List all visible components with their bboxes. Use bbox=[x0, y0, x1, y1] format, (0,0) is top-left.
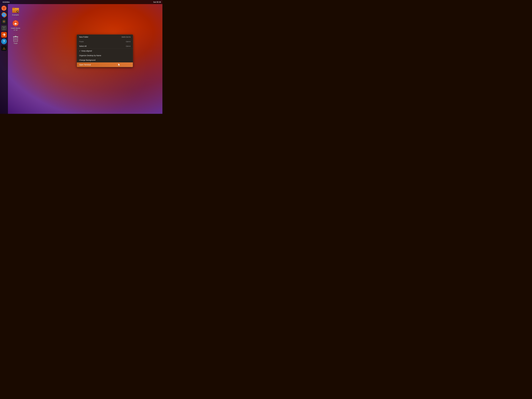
svg-rect-28 bbox=[12, 8, 15, 9]
svg-rect-18 bbox=[3, 30, 5, 30]
sidebar: ? a bbox=[0, 4, 8, 114]
sidebar-icon-help[interactable]: ? bbox=[1, 39, 7, 44]
svg-point-35 bbox=[17, 24, 18, 25]
svg-point-16 bbox=[4, 28, 4, 28]
sidebar-icon-appcenter[interactable] bbox=[1, 32, 7, 38]
desktop-icon-trash-label: Trash bbox=[14, 43, 18, 45]
menu-item-paste-label: Paste bbox=[79, 41, 84, 43]
menu-item-keep-aligned-check: ✓ bbox=[79, 50, 81, 52]
menu-item-open-terminal[interactable]: Open Terminal bbox=[77, 62, 133, 67]
svg-text:a: a bbox=[3, 47, 5, 49]
menu-item-open-terminal-label: Open Terminal bbox=[79, 64, 91, 66]
svg-point-34 bbox=[13, 24, 14, 25]
menu-item-select-all[interactable]: Select All Ctrl+A bbox=[77, 44, 133, 49]
sidebar-icon-amazon[interactable]: a bbox=[1, 45, 7, 51]
clock: Sat 08:38 bbox=[153, 1, 161, 3]
menu-item-new-folder-shortcut: Shift+Ctrl+N bbox=[121, 36, 131, 38]
menu-item-paste[interactable]: Paste Ctrl+V bbox=[77, 39, 133, 44]
sidebar-icon-screenshot[interactable] bbox=[1, 25, 7, 31]
svg-point-7 bbox=[3, 14, 5, 15]
cursor-icon bbox=[118, 63, 120, 66]
svg-rect-42 bbox=[15, 36, 16, 37]
svg-point-33 bbox=[15, 21, 16, 22]
context-menu: New Folder Shift+Ctrl+N Paste Ctrl+V Sel… bbox=[77, 35, 133, 67]
desktop-icon-trash[interactable]: Trash bbox=[11, 35, 21, 45]
svg-line-38 bbox=[14, 38, 15, 41]
menu-item-paste-shortcut: Ctrl+V bbox=[126, 41, 131, 43]
menu-item-organize[interactable]: Organize Desktop by Name bbox=[77, 53, 133, 58]
svg-point-2 bbox=[3, 6, 5, 7]
sidebar-icon-rhythmbox[interactable] bbox=[1, 19, 7, 24]
desktop: Activities Sat 08:38 bbox=[0, 0, 162, 114]
desktop-icon-install-label: Install Ubuntu 17.10 bbox=[11, 27, 20, 31]
menu-item-organize-label: Organize Desktop by Name bbox=[79, 55, 101, 57]
topbar: Activities Sat 08:38 bbox=[0, 0, 162, 4]
desktop-icons: Examples Install Ubuntu 17.10 bbox=[8, 4, 23, 51]
menu-item-select-all-label: Select All bbox=[79, 45, 87, 47]
svg-point-11 bbox=[4, 21, 4, 22]
desktop-icon-examples-label: Examples bbox=[12, 14, 19, 16]
svg-rect-14 bbox=[2, 27, 6, 27]
menu-item-keep-aligned-label: Keep aligned bbox=[82, 50, 92, 52]
menu-item-new-folder-label: New Folder bbox=[79, 36, 88, 38]
desktop-icon-install[interactable]: Install Ubuntu 17.10 bbox=[11, 20, 21, 31]
menu-item-keep-aligned[interactable]: ✓ Keep aligned bbox=[77, 49, 133, 53]
menu-item-new-folder[interactable]: New Folder Shift+Ctrl+N bbox=[77, 35, 133, 39]
sidebar-icon-firefox[interactable] bbox=[1, 12, 7, 18]
svg-point-3 bbox=[2, 9, 3, 10]
svg-marker-43 bbox=[118, 63, 120, 66]
sidebar-icon-ubuntu[interactable] bbox=[1, 5, 7, 11]
menu-item-change-background[interactable]: Change Background bbox=[77, 58, 133, 62]
svg-point-4 bbox=[5, 9, 6, 10]
desktop-icon-examples[interactable]: Examples bbox=[11, 7, 21, 16]
menu-item-change-background-label: Change Background bbox=[79, 59, 95, 61]
svg-line-40 bbox=[17, 38, 17, 41]
activities-button[interactable]: Activities bbox=[1, 0, 11, 4]
menu-item-select-all-shortcut: Ctrl+A bbox=[126, 45, 131, 47]
